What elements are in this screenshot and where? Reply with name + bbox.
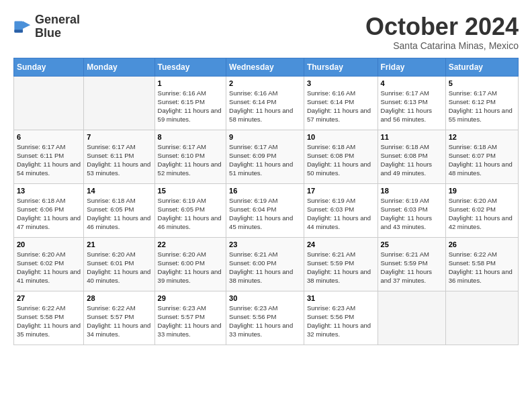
day-number: 14	[87, 187, 151, 195]
calendar-cell: 19Sunrise: 6:20 AM Sunset: 6:02 PM Dayli…	[445, 183, 518, 237]
calendar-cell: 20Sunrise: 6:20 AM Sunset: 6:02 PM Dayli…	[14, 237, 84, 291]
day-info: Sunrise: 6:19 AM Sunset: 6:03 PM Dayligh…	[381, 196, 443, 232]
day-info: Sunrise: 6:18 AM Sunset: 6:08 PM Dayligh…	[381, 142, 443, 178]
calendar-cell: 27Sunrise: 6:22 AM Sunset: 5:58 PM Dayli…	[14, 291, 84, 345]
calendar-week-row: 13Sunrise: 6:18 AM Sunset: 6:06 PM Dayli…	[14, 183, 519, 237]
day-info: Sunrise: 6:17 AM Sunset: 6:10 PM Dayligh…	[158, 142, 224, 178]
weekday-header: Wednesday	[226, 58, 304, 76]
day-number: 1	[158, 79, 224, 87]
calendar-week-row: 27Sunrise: 6:22 AM Sunset: 5:58 PM Dayli…	[14, 291, 519, 345]
calendar-cell: 16Sunrise: 6:19 AM Sunset: 6:04 PM Dayli…	[226, 183, 304, 237]
svg-rect-2	[14, 30, 23, 32]
day-number: 24	[307, 240, 375, 248]
day-info: Sunrise: 6:17 AM Sunset: 6:09 PM Dayligh…	[229, 142, 301, 178]
day-number: 31	[307, 294, 375, 302]
day-info: Sunrise: 6:18 AM Sunset: 6:05 PM Dayligh…	[87, 196, 151, 232]
calendar-cell: 7Sunrise: 6:17 AM Sunset: 6:11 PM Daylig…	[84, 130, 154, 183]
day-info: Sunrise: 6:19 AM Sunset: 6:04 PM Dayligh…	[229, 196, 301, 232]
month-title: October 2024	[365, 13, 519, 40]
day-info: Sunrise: 6:18 AM Sunset: 6:07 PM Dayligh…	[449, 142, 515, 178]
day-number: 7	[87, 133, 151, 141]
day-number: 30	[229, 294, 301, 302]
day-info: Sunrise: 6:17 AM Sunset: 6:11 PM Dayligh…	[17, 142, 81, 178]
day-number: 23	[229, 240, 301, 248]
day-number: 26	[449, 240, 515, 248]
weekday-header: Thursday	[304, 58, 378, 76]
day-info: Sunrise: 6:20 AM Sunset: 6:02 PM Dayligh…	[449, 196, 515, 232]
calendar-week-row: 20Sunrise: 6:20 AM Sunset: 6:02 PM Dayli…	[14, 237, 519, 291]
calendar-cell: 24Sunrise: 6:21 AM Sunset: 5:59 PM Dayli…	[304, 237, 378, 291]
svg-marker-1	[23, 21, 30, 28]
calendar-cell: 29Sunrise: 6:23 AM Sunset: 5:57 PM Dayli…	[154, 291, 226, 345]
day-number: 19	[449, 187, 515, 195]
day-number: 21	[87, 240, 151, 248]
day-number: 8	[158, 133, 224, 141]
calendar-cell: 31Sunrise: 6:23 AM Sunset: 5:56 PM Dayli…	[304, 291, 378, 345]
day-info: Sunrise: 6:22 AM Sunset: 5:58 PM Dayligh…	[17, 304, 81, 339]
day-number: 10	[307, 133, 375, 141]
day-info: Sunrise: 6:23 AM Sunset: 5:56 PM Dayligh…	[229, 304, 301, 339]
calendar-cell: 13Sunrise: 6:18 AM Sunset: 6:06 PM Dayli…	[14, 183, 84, 237]
calendar-cell: 25Sunrise: 6:21 AM Sunset: 5:59 PM Dayli…	[378, 237, 445, 291]
location-subtitle: Santa Catarina Minas, Mexico	[365, 40, 519, 51]
weekday-header: Sunday	[14, 58, 84, 76]
calendar-cell: 30Sunrise: 6:23 AM Sunset: 5:56 PM Dayli…	[226, 291, 304, 345]
calendar-cell: 2Sunrise: 6:16 AM Sunset: 6:14 PM Daylig…	[226, 76, 304, 130]
day-number: 29	[158, 294, 224, 302]
day-info: Sunrise: 6:19 AM Sunset: 6:05 PM Dayligh…	[158, 196, 224, 232]
calendar-cell	[84, 76, 154, 130]
weekday-header-row: SundayMondayTuesdayWednesdayThursdayFrid…	[14, 58, 519, 76]
day-number: 12	[449, 133, 515, 141]
day-number: 28	[87, 294, 151, 302]
day-number: 16	[229, 187, 301, 195]
weekday-header: Monday	[84, 58, 154, 76]
day-info: Sunrise: 6:19 AM Sunset: 6:03 PM Dayligh…	[307, 196, 375, 232]
logo-text: General Blue	[35, 13, 80, 40]
calendar-cell: 14Sunrise: 6:18 AM Sunset: 6:05 PM Dayli…	[84, 183, 154, 237]
day-number: 11	[381, 133, 443, 141]
page-header: General Blue October 2024 Santa Catarina…	[13, 13, 519, 51]
day-number: 17	[307, 187, 375, 195]
weekday-header: Friday	[378, 58, 445, 76]
day-number: 25	[381, 240, 443, 248]
day-info: Sunrise: 6:21 AM Sunset: 6:00 PM Dayligh…	[229, 250, 301, 285]
day-number: 18	[381, 187, 443, 195]
calendar-cell: 3Sunrise: 6:16 AM Sunset: 6:14 PM Daylig…	[304, 76, 378, 130]
day-info: Sunrise: 6:22 AM Sunset: 5:57 PM Dayligh…	[87, 304, 151, 339]
day-number: 27	[17, 294, 81, 302]
day-info: Sunrise: 6:20 AM Sunset: 6:02 PM Dayligh…	[17, 250, 81, 285]
day-info: Sunrise: 6:16 AM Sunset: 6:15 PM Dayligh…	[158, 89, 224, 124]
day-info: Sunrise: 6:17 AM Sunset: 6:11 PM Dayligh…	[87, 142, 151, 178]
day-info: Sunrise: 6:20 AM Sunset: 6:00 PM Dayligh…	[158, 250, 224, 285]
day-info: Sunrise: 6:18 AM Sunset: 6:06 PM Dayligh…	[17, 196, 81, 232]
calendar-cell: 17Sunrise: 6:19 AM Sunset: 6:03 PM Dayli…	[304, 183, 378, 237]
day-info: Sunrise: 6:20 AM Sunset: 6:01 PM Dayligh…	[87, 250, 151, 285]
calendar-week-row: 6Sunrise: 6:17 AM Sunset: 6:11 PM Daylig…	[14, 130, 519, 183]
calendar-cell	[445, 291, 518, 345]
day-info: Sunrise: 6:17 AM Sunset: 6:13 PM Dayligh…	[381, 89, 443, 124]
calendar-table: SundayMondayTuesdayWednesdayThursdayFrid…	[13, 58, 519, 345]
calendar-cell: 21Sunrise: 6:20 AM Sunset: 6:01 PM Dayli…	[84, 237, 154, 291]
day-info: Sunrise: 6:16 AM Sunset: 6:14 PM Dayligh…	[307, 89, 375, 124]
calendar-cell: 28Sunrise: 6:22 AM Sunset: 5:57 PM Dayli…	[84, 291, 154, 345]
day-info: Sunrise: 6:23 AM Sunset: 5:56 PM Dayligh…	[307, 304, 375, 339]
day-info: Sunrise: 6:22 AM Sunset: 5:58 PM Dayligh…	[449, 250, 515, 285]
calendar-cell: 15Sunrise: 6:19 AM Sunset: 6:05 PM Dayli…	[154, 183, 226, 237]
calendar-cell	[378, 291, 445, 345]
calendar-cell: 10Sunrise: 6:18 AM Sunset: 6:08 PM Dayli…	[304, 130, 378, 183]
calendar-cell: 26Sunrise: 6:22 AM Sunset: 5:58 PM Dayli…	[445, 237, 518, 291]
calendar-cell: 9Sunrise: 6:17 AM Sunset: 6:09 PM Daylig…	[226, 130, 304, 183]
calendar-cell: 5Sunrise: 6:17 AM Sunset: 6:12 PM Daylig…	[445, 76, 518, 130]
calendar-cell: 1Sunrise: 6:16 AM Sunset: 6:15 PM Daylig…	[154, 76, 226, 130]
calendar-cell: 11Sunrise: 6:18 AM Sunset: 6:08 PM Dayli…	[378, 130, 445, 183]
day-info: Sunrise: 6:18 AM Sunset: 6:08 PM Dayligh…	[307, 142, 375, 178]
title-block: October 2024 Santa Catarina Minas, Mexic…	[365, 13, 519, 51]
day-number: 13	[17, 187, 81, 195]
day-number: 9	[229, 133, 301, 141]
day-number: 6	[17, 133, 81, 141]
day-number: 15	[158, 187, 224, 195]
calendar-week-row: 1Sunrise: 6:16 AM Sunset: 6:15 PM Daylig…	[14, 76, 519, 130]
day-number: 5	[449, 79, 515, 87]
day-number: 3	[307, 79, 375, 87]
day-info: Sunrise: 6:21 AM Sunset: 5:59 PM Dayligh…	[381, 250, 443, 285]
